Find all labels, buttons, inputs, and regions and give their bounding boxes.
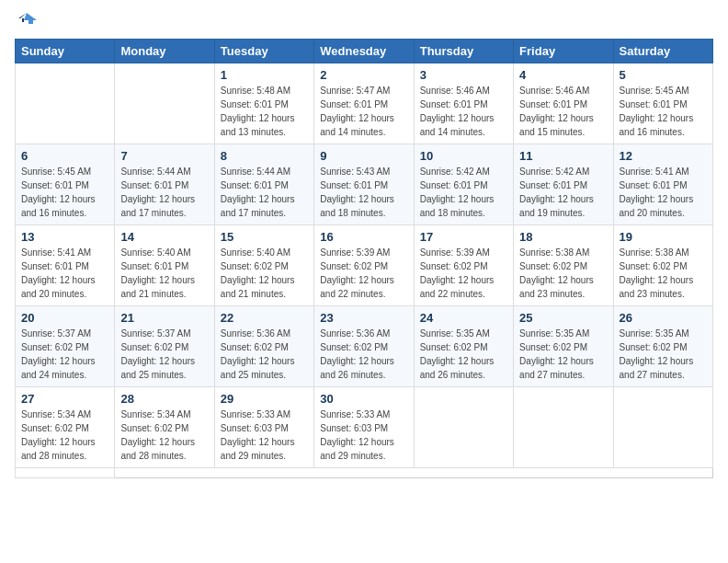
- day-number: 2: [320, 68, 407, 82]
- day-info: Sunrise: 5:37 AM Sunset: 6:02 PM Dayligh…: [120, 327, 208, 382]
- calendar-day-7: 7 Sunrise: 5:44 AM Sunset: 6:01 PM Dayli…: [115, 144, 214, 225]
- day-info: Sunrise: 5:36 AM Sunset: 6:02 PM Dayligh…: [221, 327, 308, 382]
- day-number: 3: [420, 68, 507, 82]
- day-info: Sunrise: 5:47 AM Sunset: 6:01 PM Dayligh…: [320, 84, 407, 139]
- daylight: Daylight: 12 hours and 18 minutes.: [420, 194, 495, 218]
- day-number: 21: [120, 311, 208, 325]
- sunrise: Sunrise: 5:42 AM: [519, 167, 589, 177]
- empty-cell: [514, 387, 613, 468]
- day-info: Sunrise: 5:35 AM Sunset: 6:02 PM Dayligh…: [420, 327, 507, 382]
- daylight: Daylight: 12 hours and 16 minutes.: [620, 113, 694, 137]
- day-info: Sunrise: 5:48 AM Sunset: 6:01 PM Dayligh…: [221, 84, 308, 139]
- day-info: Sunrise: 5:46 AM Sunset: 6:01 PM Dayligh…: [519, 84, 607, 139]
- sunset: Sunset: 6:02 PM: [21, 342, 89, 352]
- sunset: Sunset: 6:02 PM: [620, 261, 688, 271]
- day-number: 29: [221, 392, 308, 406]
- sunset: Sunset: 6:01 PM: [120, 261, 188, 271]
- sunrise: Sunrise: 5:33 AM: [320, 409, 390, 419]
- day-info: Sunrise: 5:45 AM Sunset: 6:01 PM Dayligh…: [620, 84, 707, 139]
- sunrise: Sunrise: 5:45 AM: [21, 167, 91, 177]
- sunset: Sunset: 6:01 PM: [420, 99, 488, 109]
- day-number: 28: [120, 392, 208, 406]
- daylight: Daylight: 12 hours and 25 minutes.: [221, 356, 295, 380]
- daylight: Daylight: 12 hours and 21 minutes.: [120, 275, 195, 299]
- calendar-day-16: 16 Sunrise: 5:39 AM Sunset: 6:02 PM Dayl…: [314, 225, 414, 306]
- daylight: Daylight: 12 hours and 14 minutes.: [320, 113, 394, 137]
- sunrise: Sunrise: 5:40 AM: [120, 247, 190, 258]
- calendar-day-30: 30 Sunrise: 5:33 AM Sunset: 6:03 PM Dayl…: [314, 387, 414, 468]
- sunset: Sunset: 6:01 PM: [120, 180, 188, 190]
- sunset: Sunset: 6:01 PM: [620, 180, 688, 190]
- calendar-day-8: 8 Sunrise: 5:44 AM Sunset: 6:01 PM Dayli…: [214, 144, 313, 225]
- calendar-day-15: 15 Sunrise: 5:40 AM Sunset: 6:02 PM Dayl…: [214, 225, 313, 306]
- day-number: 19: [620, 230, 707, 244]
- calendar-week-row: 1 Sunrise: 5:48 AM Sunset: 6:01 PM Dayli…: [16, 63, 713, 144]
- day-number: 18: [519, 230, 607, 244]
- empty-cell: [414, 387, 513, 468]
- sunset: Sunset: 6:01 PM: [221, 99, 289, 109]
- sunrise: Sunrise: 5:36 AM: [320, 328, 390, 339]
- sunset: Sunset: 6:02 PM: [21, 423, 89, 433]
- day-number: 30: [320, 392, 407, 406]
- daylight: Daylight: 12 hours and 16 minutes.: [21, 194, 96, 218]
- day-number: 23: [320, 311, 407, 325]
- calendar-day-18: 18 Sunrise: 5:38 AM Sunset: 6:02 PM Dayl…: [514, 225, 613, 306]
- sunset: Sunset: 6:02 PM: [420, 261, 488, 271]
- sunrise: Sunrise: 5:41 AM: [21, 247, 91, 258]
- daylight: Daylight: 12 hours and 20 minutes.: [620, 194, 694, 218]
- day-info: Sunrise: 5:38 AM Sunset: 6:02 PM Dayligh…: [519, 246, 607, 301]
- calendar-day-20: 20 Sunrise: 5:37 AM Sunset: 6:02 PM Dayl…: [16, 306, 115, 387]
- sunrise: Sunrise: 5:45 AM: [620, 86, 689, 96]
- daylight: Daylight: 12 hours and 17 minutes.: [221, 194, 295, 218]
- day-number: 24: [420, 311, 507, 325]
- logo: [15, 15, 37, 31]
- calendar-day-24: 24 Sunrise: 5:35 AM Sunset: 6:02 PM Dayl…: [414, 306, 513, 387]
- weekday-header-row: SundayMondayTuesdayWednesdayThursdayFrid…: [16, 40, 713, 63]
- daylight: Daylight: 12 hours and 23 minutes.: [519, 275, 594, 299]
- weekday-header-wednesday: Wednesday: [314, 40, 414, 63]
- day-info: Sunrise: 5:33 AM Sunset: 6:03 PM Dayligh…: [320, 408, 407, 463]
- sunrise: Sunrise: 5:37 AM: [21, 328, 91, 339]
- sunset: Sunset: 6:02 PM: [120, 423, 188, 433]
- sunrise: Sunrise: 5:36 AM: [221, 328, 290, 339]
- page-header: [15, 15, 713, 31]
- sunrise: Sunrise: 5:41 AM: [620, 167, 689, 177]
- calendar-week-row: 13 Sunrise: 5:41 AM Sunset: 6:01 PM Dayl…: [16, 225, 713, 306]
- sunrise: Sunrise: 5:44 AM: [120, 167, 190, 177]
- weekday-header-monday: Monday: [115, 40, 214, 63]
- daylight: Daylight: 12 hours and 13 minutes.: [221, 113, 295, 137]
- calendar-week-row: 6 Sunrise: 5:45 AM Sunset: 6:01 PM Dayli…: [16, 144, 713, 225]
- day-info: Sunrise: 5:35 AM Sunset: 6:02 PM Dayligh…: [620, 327, 707, 382]
- day-info: Sunrise: 5:34 AM Sunset: 6:02 PM Dayligh…: [21, 408, 108, 463]
- sunrise: Sunrise: 5:38 AM: [620, 247, 689, 258]
- svg-marker-0: [24, 13, 37, 24]
- day-info: Sunrise: 5:38 AM Sunset: 6:02 PM Dayligh…: [620, 246, 707, 301]
- calendar-day-29: 29 Sunrise: 5:33 AM Sunset: 6:03 PM Dayl…: [214, 387, 313, 468]
- sunset: Sunset: 6:02 PM: [420, 342, 488, 352]
- daylight: Daylight: 12 hours and 28 minutes.: [21, 437, 96, 461]
- calendar-week-row: 27 Sunrise: 5:34 AM Sunset: 6:02 PM Dayl…: [16, 387, 713, 468]
- sunset: Sunset: 6:03 PM: [320, 423, 388, 433]
- sunset: Sunset: 6:02 PM: [519, 261, 587, 271]
- calendar-day-4: 4 Sunrise: 5:46 AM Sunset: 6:01 PM Dayli…: [514, 63, 613, 144]
- day-number: 17: [420, 230, 507, 244]
- calendar-day-25: 25 Sunrise: 5:35 AM Sunset: 6:02 PM Dayl…: [514, 306, 613, 387]
- day-info: Sunrise: 5:39 AM Sunset: 6:02 PM Dayligh…: [320, 246, 407, 301]
- day-number: 16: [320, 230, 407, 244]
- sunset: Sunset: 6:02 PM: [620, 342, 688, 352]
- sunset: Sunset: 6:01 PM: [21, 261, 89, 271]
- calendar-table: SundayMondayTuesdayWednesdayThursdayFrid…: [15, 39, 713, 478]
- sunrise: Sunrise: 5:40 AM: [221, 247, 290, 258]
- daylight: Daylight: 12 hours and 18 minutes.: [320, 194, 394, 218]
- day-number: 8: [221, 149, 308, 163]
- daylight: Daylight: 12 hours and 15 minutes.: [519, 113, 594, 137]
- daylight: Daylight: 12 hours and 29 minutes.: [320, 437, 394, 461]
- day-info: Sunrise: 5:35 AM Sunset: 6:02 PM Dayligh…: [519, 327, 607, 382]
- sunset: Sunset: 6:01 PM: [519, 99, 587, 109]
- sunset: Sunset: 6:01 PM: [620, 99, 688, 109]
- calendar-week-row: 20 Sunrise: 5:37 AM Sunset: 6:02 PM Dayl…: [16, 306, 713, 387]
- sunrise: Sunrise: 5:35 AM: [620, 328, 689, 339]
- sunset: Sunset: 6:01 PM: [519, 180, 587, 190]
- calendar-day-9: 9 Sunrise: 5:43 AM Sunset: 6:01 PM Dayli…: [314, 144, 414, 225]
- day-info: Sunrise: 5:36 AM Sunset: 6:02 PM Dayligh…: [320, 327, 407, 382]
